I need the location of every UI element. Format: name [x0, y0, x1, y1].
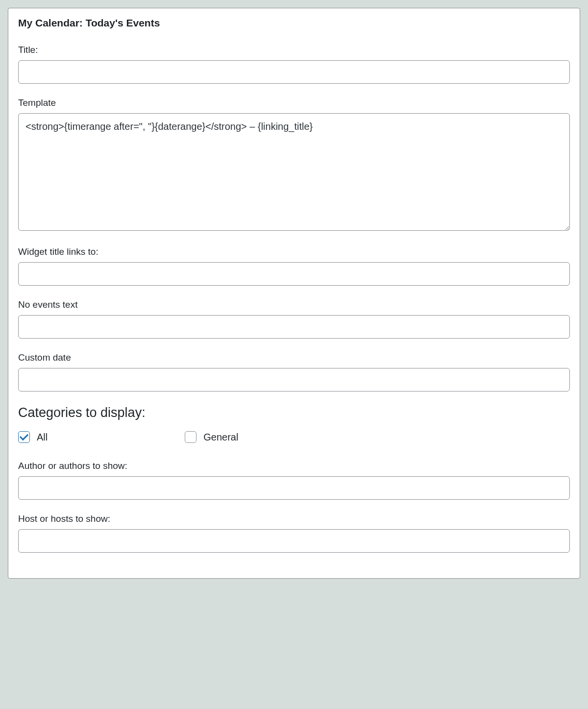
- widget-title: My Calendar: Today's Events: [18, 17, 570, 29]
- categories-options: All General: [18, 431, 570, 443]
- label-title: Title:: [18, 45, 570, 55]
- input-title[interactable]: [18, 60, 570, 84]
- field-widget-title-links-to: Widget title links to:: [18, 246, 570, 286]
- field-custom-date: Custom date: [18, 352, 570, 391]
- field-template: Template <strong>{timerange after=", "}{…: [18, 98, 570, 233]
- label-no-events-text: No events text: [18, 299, 570, 310]
- field-no-events-text: No events text: [18, 299, 570, 339]
- input-author[interactable]: [18, 476, 570, 500]
- categories-heading: Categories to display:: [18, 405, 570, 420]
- checkbox-general[interactable]: [185, 431, 196, 443]
- label-widget-title-links-to: Widget title links to:: [18, 246, 570, 257]
- field-host: Host or hosts to show:: [18, 513, 570, 553]
- label-custom-date: Custom date: [18, 352, 570, 363]
- label-template: Template: [18, 98, 570, 108]
- category-option-general: General: [185, 431, 238, 443]
- input-no-events-text[interactable]: [18, 315, 570, 339]
- widget-panel: My Calendar: Today's Events Title: Templ…: [8, 8, 580, 579]
- label-author: Author or authors to show:: [18, 461, 570, 471]
- textarea-template[interactable]: <strong>{timerange after=", "}{daterange…: [18, 113, 570, 231]
- category-option-all: All: [18, 431, 48, 443]
- checkbox-label-general[interactable]: General: [203, 432, 238, 443]
- checkbox-all[interactable]: [18, 431, 30, 443]
- field-author: Author or authors to show:: [18, 461, 570, 500]
- input-widget-title-links-to[interactable]: [18, 262, 570, 286]
- input-custom-date[interactable]: [18, 368, 570, 391]
- field-title: Title:: [18, 45, 570, 84]
- input-host[interactable]: [18, 529, 570, 553]
- label-host: Host or hosts to show:: [18, 513, 570, 524]
- checkbox-label-all[interactable]: All: [37, 432, 48, 443]
